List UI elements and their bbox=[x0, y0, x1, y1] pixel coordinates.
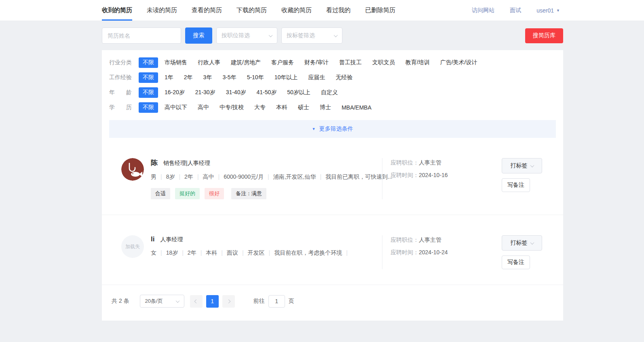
prev-page-button[interactable] bbox=[190, 295, 203, 308]
candidate-name: 陈 bbox=[151, 158, 158, 167]
apply-time-label: 应聘时间： bbox=[391, 249, 419, 255]
next-page-button[interactable] bbox=[222, 295, 235, 308]
filter-option[interactable]: 5-10年 bbox=[243, 72, 268, 83]
search-library-button[interactable]: 搜简历库 bbox=[525, 28, 563, 43]
filter-option[interactable]: 不限 bbox=[139, 102, 158, 113]
filter-option[interactable]: 2年 bbox=[180, 72, 197, 83]
filter-row: 年龄不限16-20岁21-30岁31-40岁41-50岁50岁以上自定义 bbox=[109, 87, 556, 98]
page-size-value: 20条/页 bbox=[145, 298, 163, 305]
filter-option[interactable]: 自定义 bbox=[317, 87, 342, 98]
tag-filter-placeholder: 按标签筛选 bbox=[287, 32, 315, 39]
chevron-right-icon bbox=[226, 299, 230, 303]
chevron-down-icon: ▼ bbox=[312, 127, 316, 131]
filter-option[interactable]: 1年 bbox=[160, 72, 177, 83]
resume-name-input[interactable] bbox=[102, 27, 181, 44]
goto-page-input[interactable] bbox=[268, 295, 285, 308]
filter-option[interactable]: 应届生 bbox=[304, 72, 329, 83]
detail-separator: | bbox=[221, 249, 223, 256]
resume-row[interactable]: 加载失li人事经理女|18岁|2年|本科|面议|开发区|我目前在职，考虑换个环境… bbox=[102, 215, 563, 285]
candidate-name-line: li人事经理 bbox=[151, 235, 382, 243]
filter-section: 行业分类不限市场销售行政人事建筑/房地产客户服务财务/审计普工技工文职文员教育/… bbox=[102, 50, 563, 113]
resume-list: 陈销售经理|人事经理男|8岁|2年|高中|6000-9000元/月|浦南,开发区… bbox=[102, 138, 563, 285]
apply-position-value: 人事主管 bbox=[419, 236, 441, 243]
tag-filter-select[interactable]: 按标签筛选 bbox=[281, 27, 342, 44]
filter-option[interactable]: 50岁以上 bbox=[283, 87, 315, 98]
chevron-down-icon bbox=[269, 33, 273, 37]
user-menu[interactable]: user01 ▼ bbox=[536, 7, 560, 14]
filter-option[interactable]: 3年 bbox=[199, 72, 216, 83]
filter-option[interactable]: 41-50岁 bbox=[252, 87, 281, 98]
filter-option[interactable]: 建筑/房地产 bbox=[227, 57, 265, 68]
filter-option[interactable]: 21-30岁 bbox=[191, 87, 220, 98]
add-tag-button[interactable]: 打标签 bbox=[502, 158, 542, 173]
nav-tab[interactable]: 收到的简历 bbox=[102, 0, 132, 21]
filter-option[interactable]: 16-20岁 bbox=[160, 87, 189, 98]
filter-option[interactable]: 无经验 bbox=[332, 72, 357, 83]
filter-option[interactable]: 高中以下 bbox=[160, 102, 191, 113]
filter-group-label: 学历 bbox=[109, 104, 132, 111]
interview-link[interactable]: 面试 bbox=[510, 7, 521, 14]
application-meta: 应聘职位：人事主管应聘时间：2024-10-16 bbox=[382, 158, 502, 199]
chevron-left-icon bbox=[194, 299, 198, 303]
detail-item: 女 bbox=[151, 249, 156, 256]
nav-tab[interactable]: 查看的简历 bbox=[192, 0, 222, 21]
write-note-button[interactable]: 写备注 bbox=[502, 178, 530, 192]
nav-tab[interactable]: 已删除简历 bbox=[365, 0, 395, 21]
page-size-select[interactable]: 20条/页 bbox=[140, 295, 184, 308]
detail-separator: | bbox=[346, 249, 348, 256]
filter-option[interactable]: 10年以上 bbox=[270, 72, 302, 83]
apply-position-line: 应聘职位：人事主管 bbox=[391, 159, 502, 167]
filter-option[interactable]: 普工技工 bbox=[335, 57, 366, 68]
apply-position-label: 应聘职位： bbox=[391, 159, 419, 166]
filter-option[interactable]: 博士 bbox=[316, 102, 335, 113]
chevron-down-icon bbox=[334, 33, 338, 37]
filter-option[interactable]: 中专/技校 bbox=[215, 102, 248, 113]
detail-separator: | bbox=[269, 249, 270, 256]
filter-group-label: 行业分类 bbox=[109, 59, 132, 66]
write-note-button[interactable]: 写备注 bbox=[502, 255, 530, 269]
filter-option[interactable]: 高中 bbox=[194, 102, 213, 113]
filter-option[interactable]: 教育/培训 bbox=[401, 57, 434, 68]
search-button[interactable]: 搜索 bbox=[185, 27, 212, 44]
filter-option[interactable]: 大专 bbox=[250, 102, 270, 113]
apply-position-value: 人事主管 bbox=[419, 159, 441, 166]
nav-tab[interactable]: 未读的简历 bbox=[147, 0, 177, 21]
filter-group-label: 工作经验 bbox=[109, 74, 132, 81]
nav-tab[interactable]: 下载的简历 bbox=[236, 0, 267, 21]
filter-option[interactable]: 31-40岁 bbox=[222, 87, 250, 98]
position-filter-select[interactable]: 按职位筛选 bbox=[216, 27, 277, 44]
detail-separator: | bbox=[197, 173, 199, 180]
filter-option[interactable]: 硕士 bbox=[294, 102, 313, 113]
page-number-button[interactable]: 1 bbox=[206, 295, 219, 308]
filter-option[interactable]: 不限 bbox=[139, 57, 158, 68]
resume-row[interactable]: 陈销售经理|人事经理男|8岁|2年|高中|6000-9000元/月|浦南,开发区… bbox=[102, 138, 563, 215]
content-panel: 行业分类不限市场销售行政人事建筑/房地产客户服务财务/审计普工技工文职文员教育/… bbox=[102, 50, 563, 321]
top-nav: 收到的简历未读的简历查看的简历下载的简历收藏的简历看过我的已删除简历 访问网站 … bbox=[0, 0, 644, 21]
nav-tab[interactable]: 收藏的简历 bbox=[281, 0, 312, 21]
apply-time-value: 2024-10-24 bbox=[419, 249, 448, 255]
apply-time-line: 应聘时间：2024-10-24 bbox=[391, 249, 502, 256]
detail-item: 面议 bbox=[227, 249, 238, 256]
filter-option[interactable]: 行政人事 bbox=[194, 57, 224, 68]
chevron-down-icon bbox=[530, 241, 534, 245]
filter-option[interactable]: MBA/EMBA bbox=[338, 103, 376, 112]
page-unit-label: 页 bbox=[289, 298, 294, 305]
candidate-tags: 合适挺好的很好备注：满意 bbox=[151, 188, 382, 199]
filter-option[interactable]: 客户服务 bbox=[267, 57, 298, 68]
filter-option[interactable]: 市场销售 bbox=[160, 57, 191, 68]
filter-option[interactable]: 财务/审计 bbox=[300, 57, 333, 68]
filter-option[interactable]: 文职文员 bbox=[368, 57, 399, 68]
apply-position-label: 应聘职位： bbox=[391, 236, 419, 243]
filter-option[interactable]: 广告/美术/设计 bbox=[436, 57, 481, 68]
more-filters-toggle[interactable]: ▼ 更多筛选条件 bbox=[109, 120, 556, 138]
filter-option[interactable]: 不限 bbox=[139, 72, 158, 83]
filter-option[interactable]: 3-5年 bbox=[218, 72, 240, 83]
detail-item: 高中 bbox=[203, 173, 214, 180]
nav-tab[interactable]: 看过我的 bbox=[326, 0, 351, 21]
filter-row: 工作经验不限1年2年3年3-5年5-10年10年以上应届生无经验 bbox=[109, 72, 556, 83]
filter-option[interactable]: 不限 bbox=[139, 87, 158, 98]
add-tag-button[interactable]: 打标签 bbox=[502, 235, 542, 251]
visit-site-link[interactable]: 访问网站 bbox=[472, 7, 494, 14]
filter-options: 不限高中以下高中中专/技校大专本科硕士博士MBA/EMBA bbox=[139, 102, 378, 113]
filter-option[interactable]: 本科 bbox=[272, 102, 291, 113]
